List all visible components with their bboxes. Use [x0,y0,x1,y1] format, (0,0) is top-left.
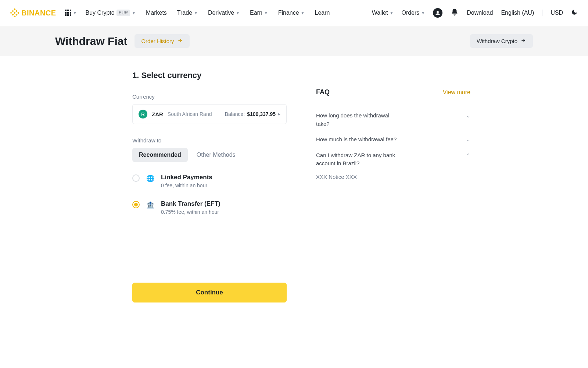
nav-learn[interactable]: Learn [315,10,330,16]
nav-label: Wallet [372,10,388,16]
nav-wallet[interactable]: Wallet▼ [372,10,394,16]
nav-trade[interactable]: Trade▼ [177,10,198,16]
faq-answer: XXX Notice XXX [316,171,470,180]
account-icon[interactable] [433,8,442,18]
nav-download[interactable]: Download [467,10,493,16]
order-history-button[interactable]: Order History [135,34,189,48]
nav-label: Markets [146,10,167,16]
faq-column: FAQ View more How long does the withdraw… [316,71,470,350]
nav-label: Derivative [208,10,234,16]
chevron-down-icon: ⌄ [466,112,470,118]
svg-rect-1 [14,15,16,17]
caret-right-icon: ▶ [278,112,280,116]
method-name: Linked Payments [161,174,212,181]
nav-language[interactable]: English (AU) [501,10,534,16]
faq-item-zar-brazil[interactable]: Can I withdraw ZAR to any bank account i… [316,148,470,171]
notifications-icon[interactable] [451,8,459,18]
faq-item-withdrawal-time[interactable]: How long does the withdrawal take? ⌄ [316,108,470,132]
chevron-down-icon: ▼ [73,11,77,15]
svg-rect-5 [12,10,14,12]
nav-label: English (AU) [501,10,534,16]
nav-left: Buy Crypto EUR ▼ Markets Trade▼ Derivati… [86,10,330,16]
subheader: Withdraw Fiat Order History Withdraw Cry… [0,26,588,56]
faq-question: How long does the withdrawal take? [316,112,401,128]
chevron-down-icon: ▼ [421,11,425,15]
bank-icon: 🏦 [146,201,154,209]
faq-question: Can I withdraw ZAR to any bank account i… [316,151,401,168]
withdraw-crypto-button[interactable]: Withdraw Crypto [470,34,533,48]
currency-selector[interactable]: R ZAR South African Rand Balance: $100,3… [132,104,287,124]
nav-derivative[interactable]: Derivative▼ [208,10,240,16]
chevron-down-icon: ▼ [390,11,394,15]
step-title: 1. Select currency [132,71,287,80]
top-nav: BINANCE ▼ Buy Crypto EUR ▼ Markets Trade… [0,0,588,26]
nav-label: Download [467,10,493,16]
nav-orders[interactable]: Orders▼ [401,10,425,16]
faq-question: How much is the withdrawal fee? [316,135,397,144]
radio-unselected[interactable] [132,174,140,182]
method-desc: 0 fee, within an hour [161,183,212,188]
tab-recommended[interactable]: Recommended [132,148,188,162]
currency-icon: R [139,110,147,118]
balance-label: Balance: [225,111,245,117]
method-tabs: Recommended Other Methods [132,148,287,162]
svg-point-9 [437,11,439,13]
chevron-down-icon: ▼ [264,11,268,15]
arrow-right-icon [520,38,526,44]
nav-label: Orders [401,10,419,16]
nav-label: Learn [315,10,330,16]
svg-rect-2 [10,12,12,14]
currency-badge: EUR [116,10,130,16]
balance-value: $100,337.95 [247,111,276,117]
balance-display: Balance: $100,337.95 ▶ [225,111,280,117]
chevron-down-icon: ▼ [194,11,198,15]
chevron-down-icon: ▼ [236,11,240,15]
nav-finance[interactable]: Finance▼ [278,10,305,16]
moon-icon [571,9,578,15]
faq-title: FAQ [316,88,330,96]
svg-rect-6 [15,10,18,12]
nav-label: Earn [250,10,262,16]
brand-name: BINANCE [21,9,56,17]
nav-right: Wallet▼ Orders▼ Download English (AU) US… [372,8,578,18]
svg-rect-0 [14,8,16,10]
button-label: Withdraw Crypto [477,38,517,44]
nav-markets[interactable]: Markets [146,10,167,16]
chevron-down-icon: ▼ [301,11,305,15]
faq-item-withdrawal-fee[interactable]: How much is the withdrawal fee? ⌄ [316,132,470,148]
nav-label: Trade [177,10,192,16]
method-linked-payments[interactable]: 🌐 Linked Payments 0 fee, within an hour [132,171,287,197]
divider [542,10,542,16]
brand-logo[interactable]: BINANCE [10,8,56,17]
nav-label: Buy Crypto [86,10,115,16]
nav-label: Finance [278,10,299,16]
main-card: 1. Select currency Currency R ZAR South … [7,56,581,368]
method-name: Bank Transfer (EFT) [161,200,220,208]
chevron-down-icon: ▼ [132,11,136,15]
page-title: Withdraw Fiat [55,35,127,47]
currency-field-label: Currency [132,93,287,100]
currency-code: ZAR [152,111,163,117]
grid-icon [65,10,72,16]
continue-button[interactable]: Continue [132,283,287,302]
method-bank-transfer[interactable]: 🏦 Bank Transfer (EFT) 0.75% fee, within … [132,197,287,224]
tab-other-methods[interactable]: Other Methods [190,148,242,162]
nav-earn[interactable]: Earn▼ [250,10,268,16]
method-desc: 0.75% fee, within an hour [161,209,220,215]
chevron-up-icon: ⌃ [466,151,470,158]
nav-label: USD [551,10,563,16]
binance-logo-icon [10,8,19,17]
radio-selected[interactable] [132,201,140,208]
arrow-right-icon [177,38,183,44]
globe-icon: 🌐 [146,174,154,183]
nav-buy-crypto[interactable]: Buy Crypto EUR ▼ [86,10,136,16]
apps-grid-button[interactable]: ▼ [65,10,77,16]
svg-rect-3 [17,12,19,14]
svg-rect-8 [15,14,18,16]
faq-view-more[interactable]: View more [443,89,470,96]
theme-toggle[interactable] [571,9,578,17]
svg-rect-4 [14,12,16,14]
nav-fiat[interactable]: USD [551,10,563,16]
form-column: 1. Select currency Currency R ZAR South … [7,71,287,350]
chevron-down-icon: ⌄ [466,135,470,142]
